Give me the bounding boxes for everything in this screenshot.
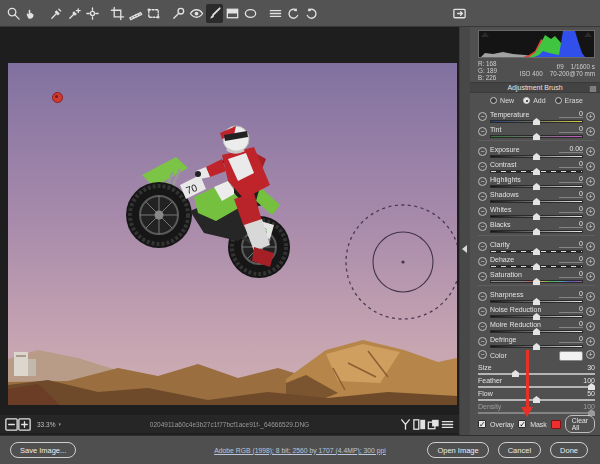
open-image-button[interactable]: Open Image: [427, 442, 488, 458]
decrease-highlights-button[interactable]: −: [478, 177, 487, 186]
increase-noise-reduction-button[interactable]: +: [586, 307, 595, 316]
slider-value[interactable]: 0: [559, 270, 583, 278]
decrease-noise-reduction-button[interactable]: −: [478, 307, 487, 316]
photo-preview[interactable]: 70 216: [8, 63, 457, 405]
increase-dehaze-button[interactable]: +: [586, 257, 595, 266]
color-swatch[interactable]: [559, 351, 583, 361]
slider-value[interactable]: 0: [559, 255, 583, 263]
slider-track[interactable]: [490, 250, 583, 253]
increase-saturation-button[interactable]: +: [586, 272, 595, 281]
slider-thumb[interactable]: [533, 213, 540, 220]
slider-value[interactable]: 100: [571, 403, 595, 410]
slider-value[interactable]: 0: [559, 175, 583, 183]
toggle-fullscreen-button[interactable]: [450, 4, 469, 23]
before-after-toggle[interactable]: [400, 419, 411, 430]
decrease-dehaze-button[interactable]: −: [478, 257, 487, 266]
mask-color-swatch[interactable]: [551, 420, 561, 429]
adjustment-pin[interactable]: [52, 92, 63, 103]
slider-thumb[interactable]: [533, 118, 540, 125]
decrease-sharpness-button[interactable]: −: [478, 292, 487, 301]
slider-thumb[interactable]: [533, 183, 540, 190]
rotate-left-button[interactable]: [285, 4, 302, 23]
rotate-right-button[interactable]: [303, 4, 320, 23]
slider-track[interactable]: [478, 373, 595, 375]
slider-value[interactable]: 0: [559, 160, 583, 168]
adjustment-brush-tool[interactable]: [206, 4, 223, 23]
slider-value[interactable]: 0: [559, 320, 583, 328]
slider-thumb[interactable]: [533, 263, 540, 270]
slider-value[interactable]: 0.00: [559, 145, 583, 153]
slider-track[interactable]: [490, 155, 583, 158]
slider-thumb[interactable]: [533, 343, 540, 350]
slider-value[interactable]: 0: [559, 240, 583, 248]
slider-track[interactable]: [490, 215, 583, 218]
slider-value[interactable]: 0: [559, 125, 583, 133]
slider-value[interactable]: 0: [559, 305, 583, 313]
slider-value[interactable]: 0: [559, 335, 583, 343]
slider-track[interactable]: [478, 386, 595, 388]
graduated-filter-tool[interactable]: [224, 4, 241, 23]
decrease-saturation-button[interactable]: −: [478, 272, 487, 281]
slider-value[interactable]: 50: [571, 390, 595, 397]
slider-thumb[interactable]: [533, 133, 540, 140]
color-minus-button[interactable]: −: [478, 350, 487, 359]
increase-sharpness-button[interactable]: +: [586, 292, 595, 301]
slider-thumb[interactable]: [533, 248, 540, 255]
slider-value[interactable]: 0: [559, 205, 583, 213]
increase-blacks-button[interactable]: +: [586, 222, 595, 231]
white-balance-tool[interactable]: [48, 4, 65, 23]
slider-thumb[interactable]: [533, 278, 540, 285]
zoom-tool[interactable]: [5, 4, 22, 23]
increase-defringe-button[interactable]: +: [586, 337, 595, 346]
increase-highlights-button[interactable]: +: [586, 177, 595, 186]
slider-thumb[interactable]: [533, 228, 540, 235]
slider-thumb[interactable]: [533, 153, 540, 160]
collapse-panel-arrow-icon[interactable]: [462, 245, 467, 253]
slider-track[interactable]: [490, 265, 583, 268]
slider-thumb[interactable]: [588, 409, 595, 416]
slider-value[interactable]: 0: [559, 110, 583, 118]
overlay-checkbox[interactable]: ✓: [478, 420, 486, 428]
clear-all-button[interactable]: Clear All: [565, 415, 595, 433]
slider-thumb[interactable]: [533, 198, 540, 205]
slider-thumb[interactable]: [533, 298, 540, 305]
slider-track[interactable]: [490, 200, 583, 203]
slider-value[interactable]: 30: [571, 364, 595, 371]
decrease-shadows-button[interactable]: −: [478, 192, 487, 201]
slider-track[interactable]: [490, 120, 583, 123]
transform-tool[interactable]: [145, 4, 162, 23]
save-image-button[interactable]: Save Image...: [10, 442, 76, 458]
highlight-clipping-icon[interactable]: [584, 32, 592, 37]
spot-removal-tool[interactable]: [170, 4, 187, 23]
preview-options-menu[interactable]: [442, 419, 453, 430]
increase-whites-button[interactable]: +: [586, 207, 595, 216]
slider-track[interactable]: [490, 330, 583, 333]
slider-track[interactable]: [490, 280, 583, 283]
slider-track[interactable]: [478, 412, 595, 414]
radial-filter-tool[interactable]: [242, 4, 259, 23]
straighten-tool[interactable]: [127, 4, 144, 23]
slider-value[interactable]: 100: [571, 377, 595, 384]
mode-new[interactable]: New: [490, 97, 514, 104]
increase-moire-reduction-button[interactable]: +: [586, 322, 595, 331]
decrease-tint-button[interactable]: −: [478, 127, 487, 136]
slider-thumb[interactable]: [512, 370, 519, 377]
slider-track[interactable]: [490, 300, 583, 303]
increase-tint-button[interactable]: +: [586, 127, 595, 136]
slider-value[interactable]: 0: [559, 190, 583, 198]
zoom-in-button[interactable]: [19, 419, 30, 430]
slider-thumb[interactable]: [588, 383, 595, 390]
slider-thumb[interactable]: [533, 328, 540, 335]
slider-track[interactable]: [478, 399, 595, 401]
slider-value[interactable]: 0: [559, 290, 583, 298]
decrease-temperature-button[interactable]: −: [478, 112, 487, 121]
zoom-out-button[interactable]: [6, 419, 17, 430]
decrease-clarity-button[interactable]: −: [478, 242, 487, 251]
mode-erase[interactable]: Erase: [555, 97, 583, 104]
panel-menu-icon[interactable]: [589, 85, 597, 93]
increase-exposure-button[interactable]: +: [586, 147, 595, 156]
increase-shadows-button[interactable]: +: [586, 192, 595, 201]
decrease-blacks-button[interactable]: −: [478, 222, 487, 231]
decrease-moire-reduction-button[interactable]: −: [478, 322, 487, 331]
histogram[interactable]: [478, 30, 595, 58]
